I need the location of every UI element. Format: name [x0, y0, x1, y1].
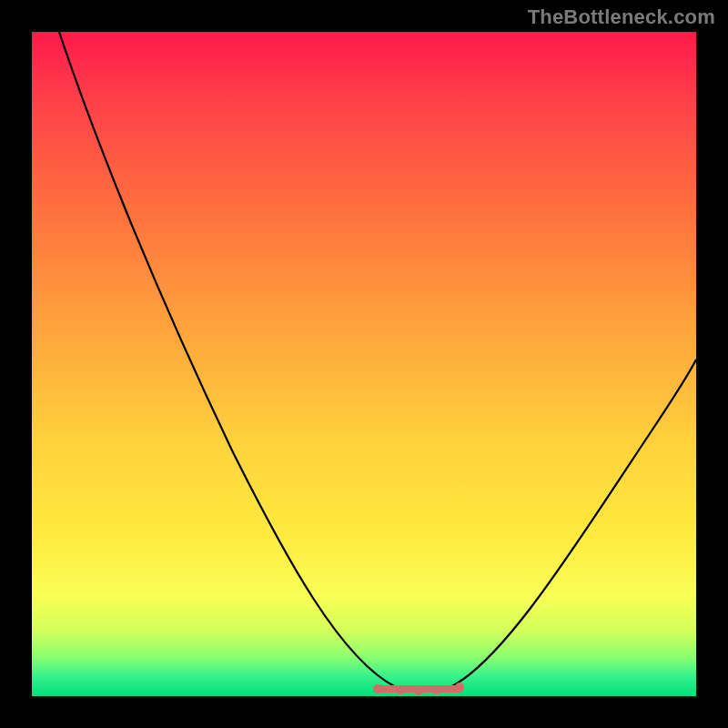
- flat-region-end-dot: [455, 682, 464, 692]
- flat-region-start-dot: [373, 684, 382, 693]
- flat-region-dot: [415, 688, 422, 695]
- curve-path: [59, 32, 696, 692]
- bottleneck-curve-svg: [32, 32, 696, 696]
- chart-frame: TheBottleneck.com: [0, 0, 728, 728]
- flat-region-dot: [433, 687, 440, 694]
- plot-area: [32, 32, 696, 696]
- watermark-text: TheBottleneck.com: [528, 5, 715, 29]
- flat-region-dot: [397, 687, 404, 694]
